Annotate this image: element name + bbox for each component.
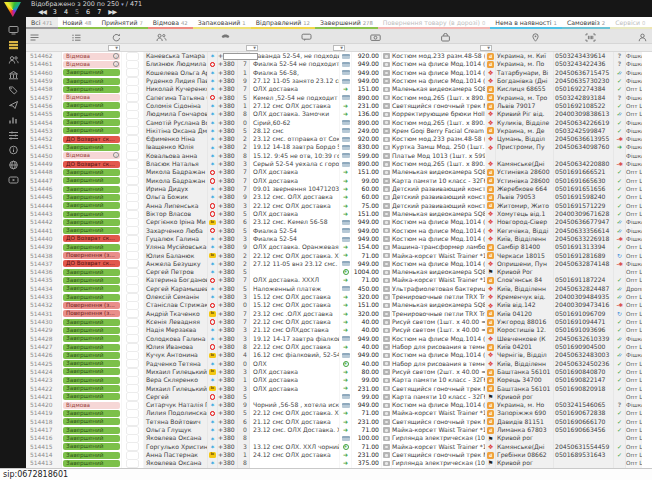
order-comment[interactable]: ОЛХ	[250, 360, 340, 368]
column-status-icon[interactable]	[69, 32, 83, 42]
order-comment[interactable]	[250, 268, 340, 276]
phone-number[interactable]: +380	[218, 343, 238, 351]
delivery-address[interactable]: Київ 04120	[496, 310, 554, 318]
phone-number[interactable]: +380	[218, 168, 238, 176]
delivery-address[interactable]: Кременчук від.	[496, 293, 554, 301]
status-cell[interactable]: Завершений	[62, 426, 122, 434]
phone-number[interactable]: +380	[218, 143, 238, 151]
tracking-number[interactable]: 20450633356614	[554, 227, 614, 235]
phone-number[interactable]: +380	[218, 177, 238, 185]
order-comment[interactable]: 23.12 смс. ОЛХ доставка	[250, 193, 340, 201]
order-comment[interactable]: 22.12 смс ОЛХ доставка. ХХХЛ	[250, 409, 340, 417]
status-cell[interactable]: Завершений	[62, 459, 122, 467]
product-name[interactable]: Детский развивающий констру	[392, 185, 486, 193]
order-comment[interactable]: Фиалка 52-54	[250, 227, 340, 235]
status-cell[interactable]: Повернення (з...	[62, 310, 122, 318]
order-comment[interactable]: ОЛХ доставка	[250, 177, 340, 185]
column-comment-icon[interactable]	[299, 32, 313, 42]
status-cell[interactable]: Відмова	[62, 94, 122, 102]
info-circle-icon[interactable]: i	[113, 53, 119, 59]
tracking-number[interactable]: 20450632450236	[554, 360, 614, 368]
tab-status-9[interactable]: Самовивіз2	[562, 17, 610, 29]
tracking-number[interactable]: 0503243422436	[554, 60, 614, 68]
order-row[interactable]: 514438Повернення (з...Юлия Баланюкlc+380…	[26, 252, 652, 260]
filter-dropdown-3[interactable]: ▼	[333, 45, 345, 51]
order-comment[interactable]: 09.01 звернення 10471203 04	[250, 185, 340, 193]
product-name[interactable]: Светящийся гоночный трек Ma	[392, 102, 486, 110]
order-row[interactable]: 514421ЗавершенийСергей+380599.00Карта па…	[26, 393, 652, 401]
delivery-address[interactable]: Пристроми, Пу	[496, 143, 554, 151]
order-comment[interactable]: 23.12 смс. Кемел 56-58	[250, 218, 340, 226]
order-row[interactable]: 514418ЗавершенийТетяна Войтович✶+380621.…	[26, 418, 652, 426]
order-row[interactable]: 514452ДО Возврат ск...Єфименко Ніна✶+380…	[26, 135, 652, 143]
order-row[interactable]: 514451ЗавершенийІващенко Юлія✶+380219.12…	[26, 143, 652, 151]
tracking-number[interactable]: 20450636715475	[554, 69, 614, 77]
product-name[interactable]: Машина-трансформер ламборд	[392, 243, 486, 251]
delivery-address[interactable]: Кривой рог	[496, 393, 554, 401]
delivery-address[interactable]: Ужгород 88016	[496, 318, 554, 326]
product-name[interactable]: Карта памяти 10 класс - 32Гб *1	[392, 177, 486, 185]
delivery-address[interactable]: Давидів 81151	[496, 418, 554, 426]
pager-page-6[interactable]: 6	[86, 8, 90, 17]
product-name[interactable]: Костюм на флисе Мод.1014 (1ш	[392, 235, 486, 243]
product-name[interactable]: Светящийся гоночный трек Ма	[392, 418, 486, 426]
product-name[interactable]: Гирлянда электрическая (100 л	[392, 459, 486, 467]
delivery-address[interactable]: Камянське(Дні	[496, 160, 554, 168]
product-name[interactable]: Набор для рисования в темнот	[392, 360, 486, 368]
delivery-address[interactable]: Житомир, Жито	[496, 202, 554, 210]
order-comment[interactable]: 15.12 смс ОЛХ доставка	[250, 293, 340, 301]
tracking-number[interactable]: 0501691598240	[554, 193, 614, 201]
product-name[interactable]: Ультрафиолетовая бактерицид	[392, 285, 486, 293]
phone-number[interactable]: +380	[218, 285, 238, 293]
product-name[interactable]: Куртка Замш Мод. 250 (1шт. х 8	[392, 143, 486, 151]
order-comment[interactable]: 23.12 смс. отправка от Сокол	[250, 135, 340, 143]
order-row[interactable]: 514442ЗавершенийСергієнко Іріна Миlc+380…	[26, 218, 652, 226]
order-row[interactable]: 514450ВідмоваiКовальова анна✶+380815.12.…	[26, 152, 652, 160]
status-cell[interactable]: Завершений	[62, 210, 122, 218]
status-cell[interactable]: Завершений	[62, 119, 122, 127]
pager-page-5[interactable]: 5	[75, 8, 79, 17]
pager-last-button[interactable]: ▶▶	[108, 8, 116, 17]
order-comment[interactable]: 21.12 смс ОЛХ доставка	[250, 418, 340, 426]
chevron-down-icon[interactable]: ▾	[121, 1, 124, 7]
delivery-address[interactable]: Київ, Відділенн	[496, 235, 554, 243]
status-cell[interactable]: Завершений	[62, 293, 122, 301]
sidebar-item-tags-icon[interactable]	[0, 82, 26, 97]
delivery-address[interactable]: Татарбунари, Ві	[496, 69, 554, 77]
product-name[interactable]: Майка-корсет Waist Trainer *142	[392, 443, 486, 451]
order-row[interactable]: 514432Повернення (з...Станіслав Стрижак+…	[26, 301, 652, 309]
product-name[interactable]: Тренировочные петли TRX Train	[392, 293, 486, 301]
tracking-number[interactable]: 0501691571229	[554, 202, 614, 210]
tracking-number[interactable]: 0501691281689	[554, 252, 614, 260]
column-refresh-icon[interactable]	[109, 32, 123, 42]
product-name[interactable]: Костюм мод.233 разм.48-58 (1	[392, 135, 486, 143]
product-name[interactable]: Маленькая видеокамера SQ8 *	[392, 210, 486, 218]
phone-number[interactable]: +380	[218, 202, 238, 210]
tracking-number[interactable]	[554, 152, 614, 160]
order-row[interactable]: 514420ВідмоваСитарчук Наталія Гр✶+3809Чо…	[26, 401, 652, 409]
product-name[interactable]: Костюм на флисе Мод.1014 (1ш	[392, 260, 486, 268]
order-row[interactable]: 514436ЗавершенийСергей Петров✶+3805₴1004…	[26, 268, 652, 276]
order-row[interactable]: 514445ЗавершенийОльга Божик✶+380923.12 с…	[26, 193, 652, 201]
product-name[interactable]: Карта памяти 10 класс - 32Гб *1	[392, 393, 486, 401]
order-row[interactable]: 514429ЗавершенийНадія Мерзаєва✶+380321.1…	[26, 326, 652, 334]
order-comment[interactable]: 27.12 11-05 внз 23.12 смс. 19	[250, 260, 340, 268]
tracking-number[interactable]: 0501690840870	[554, 368, 614, 376]
order-comment[interactable]: 27.12 11-05 занято 23.12 смс.	[250, 77, 340, 85]
status-cell[interactable]: Завершений	[62, 335, 122, 343]
order-comment[interactable]: ОЛХ доставка	[250, 368, 340, 376]
status-cell[interactable]: Завершений	[62, 443, 122, 451]
column-barcode-icon[interactable]	[583, 32, 597, 42]
order-comment[interactable]: ОЛХ доставка	[250, 385, 340, 393]
status-cell[interactable]: ДО Возврат ск...	[62, 135, 122, 143]
product-name[interactable]: Платье Мод 1013 (1шт. х 599.00	[392, 152, 486, 160]
tracking-number[interactable]: 20400309484935	[554, 293, 614, 301]
phone-number[interactable]: +380	[218, 351, 238, 359]
brand-logo[interactable]	[4, 2, 21, 17]
tab-status-4[interactable]: Запакований1	[193, 17, 251, 29]
order-row[interactable]: 514416ЗавершенийЯковлева Оксана✶+3808100…	[26, 434, 652, 442]
delivery-address[interactable]: Камянське(Дні	[496, 443, 554, 451]
tracking-number[interactable]: 0501691313394	[554, 243, 614, 251]
phone-number[interactable]: +380	[218, 94, 238, 102]
status-cell[interactable]: Завершений	[62, 376, 122, 384]
